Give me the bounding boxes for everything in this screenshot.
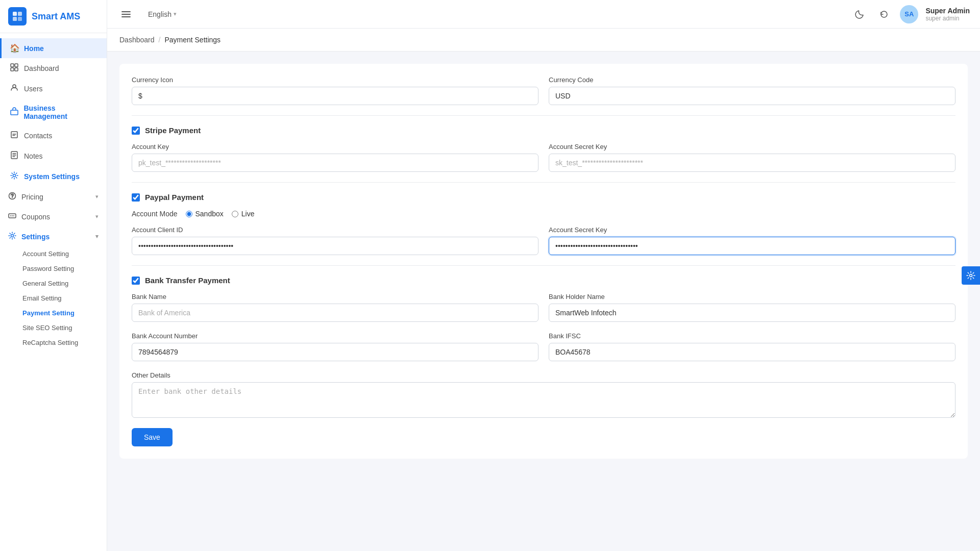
- hamburger-button[interactable]: [117, 6, 135, 23]
- avatar-initials: SA: [904, 10, 914, 18]
- currency-icon-label: Currency Icon: [132, 76, 538, 84]
- bank-transfer-checkbox[interactable]: [132, 277, 140, 285]
- dashboard-icon: [10, 63, 19, 73]
- sidebar-general-setting[interactable]: General Setting: [22, 276, 107, 291]
- bank-holder-input[interactable]: [549, 304, 955, 322]
- sidebar-recaptcha-setting[interactable]: ReCaptcha Setting: [22, 335, 107, 350]
- currency-code-input[interactable]: [549, 87, 955, 105]
- header: English ▾ SA Super Admin super admin: [107, 0, 980, 29]
- page-content: Currency Icon Currency Code Stripe Payme…: [107, 52, 980, 551]
- email-setting-label: Email Setting: [22, 294, 62, 302]
- user-role: super admin: [925, 15, 970, 22]
- stripe-account-key-group: Account Key: [132, 143, 538, 172]
- sidebar-pricing-expand[interactable]: Pricing ▾: [0, 187, 107, 207]
- sidebar-settings-expand[interactable]: Settings ▾: [0, 227, 107, 246]
- sidebar-item-home-label: Home: [24, 44, 44, 53]
- stripe-account-key-input[interactable]: [132, 154, 538, 172]
- divider-2: [132, 182, 955, 183]
- other-details-input[interactable]: [132, 382, 955, 418]
- sidebar-coupons-expand[interactable]: Coupons ▾: [0, 207, 107, 227]
- user-name: Super Admin: [925, 7, 970, 15]
- logo-text: Smart AMS: [32, 11, 80, 22]
- sidebar-item-users-label: Users: [24, 85, 43, 93]
- language-selector[interactable]: English ▾: [143, 7, 182, 21]
- paypal-checkbox[interactable]: [132, 193, 140, 202]
- notes-icon: [10, 151, 19, 161]
- bank-ifsc-label: Bank IFSC: [549, 332, 955, 340]
- bank-account-number-input[interactable]: [132, 343, 538, 361]
- bank-ifsc-group: Bank IFSC: [549, 332, 955, 361]
- dark-mode-button[interactable]: [851, 6, 868, 23]
- bank-name-input[interactable]: [132, 304, 538, 322]
- account-setting-label: Account Setting: [22, 250, 69, 258]
- sidebar-item-notes[interactable]: Notes: [0, 146, 107, 166]
- sidebar-coupons-label: Coupons: [21, 213, 50, 221]
- sandbox-radio-label[interactable]: Sandbox: [186, 210, 224, 218]
- svg-rect-7: [15, 68, 18, 71]
- sidebar-item-notes-label: Notes: [24, 152, 43, 160]
- divider-3: [132, 265, 955, 266]
- stripe-account-key-label: Account Key: [132, 143, 538, 151]
- currency-code-group: Currency Code: [549, 76, 955, 105]
- svg-rect-2: [13, 17, 17, 21]
- other-details-label: Other Details: [132, 371, 955, 379]
- svg-rect-0: [13, 12, 17, 16]
- home-icon: 🏠: [10, 43, 19, 53]
- svg-rect-3: [18, 17, 22, 21]
- sidebar-payment-setting[interactable]: Payment Setting: [22, 306, 107, 320]
- paypal-section-title: Paypal Payment: [132, 193, 955, 202]
- sidebar-password-setting[interactable]: Password Setting: [22, 261, 107, 276]
- sidebar-item-business-label: Business Management: [23, 104, 99, 120]
- bank-account-number-label: Bank Account Number: [132, 332, 538, 340]
- bank-transfer-label: Bank Transfer Payment: [145, 276, 230, 285]
- settings-expand-icon: [8, 232, 16, 241]
- svg-point-8: [13, 85, 16, 88]
- sidebar-account-setting[interactable]: Account Setting: [22, 246, 107, 261]
- sidebar-site-seo-setting[interactable]: Site SEO Setting: [22, 320, 107, 335]
- live-label: Live: [241, 210, 255, 218]
- sidebar-item-home[interactable]: 🏠 Home: [0, 38, 107, 58]
- currency-icon-input[interactable]: [132, 87, 538, 105]
- settings-chevron: ▾: [95, 233, 99, 240]
- live-radio[interactable]: [232, 211, 238, 217]
- paypal-client-id-label: Account Client ID: [132, 226, 538, 234]
- sidebar-nav: 🏠 Home Dashboard Users Business Manageme…: [0, 33, 107, 551]
- breadcrumb-separator: /: [159, 36, 161, 44]
- svg-rect-6: [11, 68, 14, 71]
- breadcrumb-current: Payment Settings: [164, 36, 220, 44]
- live-radio-label[interactable]: Live: [232, 210, 255, 218]
- currency-icon-group: Currency Icon: [132, 76, 538, 105]
- paypal-label: Paypal Payment: [145, 193, 204, 202]
- refresh-button[interactable]: [875, 6, 893, 23]
- site-seo-setting-label: Site SEO Setting: [22, 324, 72, 332]
- system-settings-icon: [10, 171, 19, 182]
- sidebar-item-business[interactable]: Business Management: [0, 99, 107, 126]
- stripe-checkbox[interactable]: [132, 127, 140, 135]
- breadcrumb-home[interactable]: Dashboard: [119, 36, 155, 44]
- general-setting-label: General Setting: [22, 280, 68, 287]
- paypal-secret-key-input[interactable]: [549, 237, 955, 255]
- svg-point-11: [13, 174, 16, 177]
- bank-account-row: Bank Account Number Bank IFSC: [132, 332, 955, 361]
- sandbox-radio[interactable]: [186, 211, 192, 217]
- sidebar-item-dashboard[interactable]: Dashboard: [0, 58, 107, 79]
- pricing-chevron: ▾: [95, 193, 99, 200]
- sidebar-email-setting[interactable]: Email Setting: [22, 291, 107, 306]
- divider-1: [132, 115, 955, 116]
- bank-account-number-group: Bank Account Number: [132, 332, 538, 361]
- svg-rect-9: [11, 110, 18, 115]
- avatar[interactable]: SA: [900, 5, 918, 23]
- settings-fab[interactable]: [962, 266, 980, 285]
- sidebar-item-users[interactable]: Users: [0, 79, 107, 99]
- sidebar-item-contacts[interactable]: Contacts: [0, 126, 107, 146]
- paypal-client-id-input[interactable]: [132, 237, 538, 255]
- stripe-secret-key-group: Account Secret Key: [549, 143, 955, 172]
- sidebar-item-system-settings[interactable]: System Settings: [0, 166, 107, 187]
- bank-ifsc-input[interactable]: [549, 343, 955, 361]
- stripe-secret-key-label: Account Secret Key: [549, 143, 955, 151]
- sidebar-item-dashboard-label: Dashboard: [24, 64, 59, 72]
- stripe-secret-key-input[interactable]: [549, 154, 955, 172]
- svg-point-15: [970, 274, 972, 277]
- stripe-keys-row: Account Key Account Secret Key: [132, 143, 955, 172]
- save-button[interactable]: Save: [132, 428, 173, 446]
